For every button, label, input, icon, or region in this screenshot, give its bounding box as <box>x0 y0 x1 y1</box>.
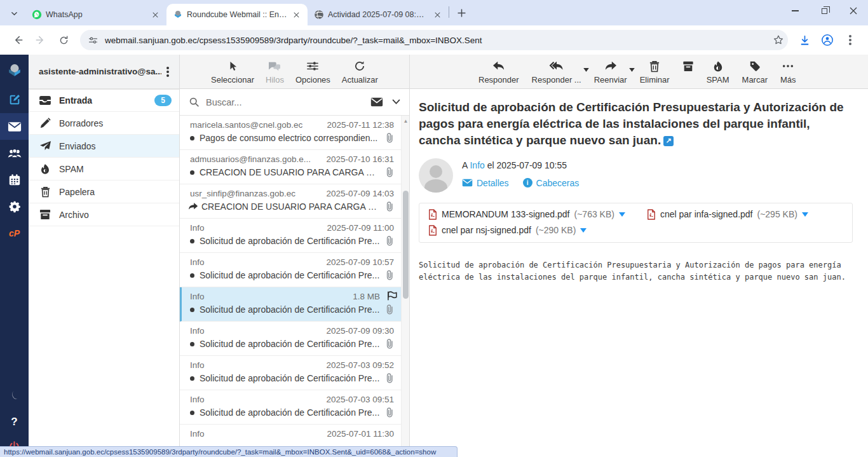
browser-tab[interactable]: Actividad 2025-07-09 08:00:00 <box>308 4 449 25</box>
message-view-panel: Responder Responder ... Reenviar Elimina… <box>410 55 868 457</box>
compose-button[interactable] <box>0 86 29 113</box>
attachment-chip[interactable]: cnel par nsj-signed.pdf (~290 KB) <box>428 225 587 236</box>
to-prefix: A <box>462 160 468 170</box>
delete-button[interactable]: Eliminar <box>640 59 670 85</box>
help-button[interactable]: ? <box>0 409 29 435</box>
folder-item-enviados[interactable]: Enviados <box>29 135 179 158</box>
attachment-clip-icon <box>385 373 394 383</box>
details-toggle[interactable]: Detalles <box>462 178 509 188</box>
window-minimize-button[interactable] <box>780 0 810 22</box>
attachment-clip-icon <box>385 304 394 315</box>
reply-all-button[interactable]: Responder ... <box>532 59 581 85</box>
message-row[interactable]: admusuarios@finanzas.gob.e... 2025-07-10… <box>180 150 409 184</box>
url-bar[interactable]: webmail.sanjuan.gob.ec/cpsess1535909589/… <box>80 30 788 50</box>
select-button[interactable]: Seleccionar <box>211 59 254 85</box>
message-toolbar: Responder Responder ... Reenviar Elimina… <box>410 55 868 89</box>
message-row[interactable]: Info 1.8 MB Solicitud de aprobación de C… <box>180 287 409 322</box>
message-row[interactable]: maricela.santos@cnel.gob.ec 2025-07-11 1… <box>180 116 409 150</box>
new-tab-button[interactable] <box>453 4 470 21</box>
folder-item-archivo[interactable]: Archivo <box>29 203 179 226</box>
attachment-size: (~290 KB) <box>536 225 576 235</box>
account-menu-icon[interactable] <box>166 71 169 73</box>
message-row[interactable]: Info 2025-07-03 09:52 Solicitud de aprob… <box>180 356 409 390</box>
tab-close-button[interactable] <box>150 10 160 20</box>
more-dots-icon <box>782 60 794 72</box>
message-row[interactable]: Info 2025-07-09 09:30 Solicitud de aprob… <box>180 322 409 356</box>
browser-tab[interactable]: WhatsApp <box>25 4 166 25</box>
archive-button[interactable] <box>682 59 694 75</box>
cpanel-button[interactable]: cP <box>0 220 29 247</box>
browser-menu-button[interactable] <box>841 31 860 50</box>
globe-icon <box>314 10 324 20</box>
attachment-menu-caret-icon[interactable] <box>619 212 625 217</box>
info-icon: i <box>523 178 532 188</box>
recipient-link[interactable]: Info <box>470 160 484 170</box>
dark-mode-button[interactable] <box>0 382 29 409</box>
account-header[interactable]: asistente-administrativo@sa... <box>29 55 179 89</box>
message-row[interactable]: Info 2025-07-01 11:30 <box>180 425 409 447</box>
contacts-nav-button[interactable] <box>0 140 29 167</box>
attachment-chip[interactable]: MEMORANDUM 133-signed.pdf (~763 KB) <box>428 209 625 220</box>
tab-search-button[interactable] <box>5 4 23 22</box>
folder-item-borradores[interactable]: Borradores <box>29 112 179 135</box>
folder-item-spam[interactable]: SPAM <box>29 158 179 181</box>
window-close-button[interactable] <box>839 0 868 22</box>
attachment-menu-caret-icon[interactable] <box>580 228 587 233</box>
tab-title: Actividad 2025-07-09 08:00:00 <box>328 10 428 19</box>
mark-button[interactable]: Marcar <box>742 59 768 85</box>
headers-toggle[interactable]: i Cabeceras <box>523 178 580 188</box>
profile-button[interactable] <box>818 31 837 50</box>
attachment-clip-icon <box>385 236 394 246</box>
tab-close-button[interactable] <box>291 10 301 20</box>
message-date: 2025-07-03 09:52 <box>326 360 394 370</box>
sender-avatar <box>419 158 453 193</box>
message-row[interactable]: Info 2025-07-09 11:00 Solicitud de aprob… <box>180 219 409 253</box>
forward-button-mail[interactable]: Reenviar <box>594 59 627 85</box>
open-in-new-window-icon[interactable]: ↗ <box>663 136 674 146</box>
scrollbar-thumb[interactable] <box>403 191 409 299</box>
settings-nav-button[interactable] <box>0 193 29 220</box>
url-text[interactable]: webmail.sanjuan.gob.ec/cpsess1535909589/… <box>105 36 773 45</box>
mail-nav-button[interactable] <box>0 113 29 140</box>
forward-caret-icon[interactable] <box>629 68 635 72</box>
bookmark-star-icon[interactable] <box>773 34 784 46</box>
reply-icon <box>492 60 506 72</box>
options-button[interactable]: Opciones <box>295 59 330 85</box>
back-button[interactable] <box>8 31 27 50</box>
folder-item-papelera[interactable]: Papelera <box>29 181 179 203</box>
message-row[interactable]: usr_sinfip@finanzas.gob.ec 2025-07-09 14… <box>180 184 409 219</box>
attachment-chip[interactable]: cnel par infa-signed.pdf (~295 KB) <box>647 209 808 220</box>
threads-button[interactable]: Hilos <box>266 59 284 85</box>
calendar-nav-button[interactable] <box>0 167 29 193</box>
more-button[interactable]: Más <box>780 59 796 85</box>
list-scrollbar[interactable]: ▲ ▼ <box>401 116 409 457</box>
refresh-button[interactable]: Actualizar <box>342 59 378 85</box>
search-scope-mail-icon[interactable] <box>370 97 383 107</box>
tab-close-button[interactable] <box>432 10 442 20</box>
forward-label: Reenviar <box>594 75 627 85</box>
message-row[interactable]: Info 2025-07-09 10:57 Solicitud de aprob… <box>180 253 409 287</box>
reply-all-caret-icon[interactable] <box>583 68 589 72</box>
message-date: 2025-07-01 11:30 <box>327 429 394 439</box>
window-restore-button[interactable] <box>810 0 839 22</box>
search-placeholder: Buscar... <box>206 97 370 107</box>
search-options-chevron-icon[interactable] <box>392 99 400 105</box>
search-bar[interactable]: Buscar... <box>180 89 409 116</box>
reply-button[interactable]: Responder <box>478 59 519 85</box>
browser-tab[interactable]: Roundcube Webmail :: Enviados <box>166 4 308 25</box>
message-row[interactable]: Info 2025-07-03 09:51 Solicitud de aprob… <box>180 390 409 425</box>
folder-label: Archivo <box>59 210 172 220</box>
scroll-up-icon[interactable]: ▲ <box>402 118 410 124</box>
attachment-menu-caret-icon[interactable] <box>802 212 808 217</box>
flag-icon[interactable] <box>387 291 398 301</box>
message-subject-text: Solicitud de aprobación de Certificación… <box>419 100 844 147</box>
forward-button[interactable] <box>31 31 50 50</box>
reload-button[interactable] <box>54 31 73 50</box>
message-subject: Solicitud de aprobación de Certificación… <box>419 99 853 149</box>
spam-button[interactable]: SPAM <box>707 59 729 85</box>
folder-item-entrada[interactable]: Entrada 5 <box>29 89 179 112</box>
archive-icon <box>39 209 51 220</box>
calendar-icon <box>8 174 21 186</box>
downloads-button[interactable] <box>795 31 814 50</box>
site-settings-icon <box>88 35 98 46</box>
